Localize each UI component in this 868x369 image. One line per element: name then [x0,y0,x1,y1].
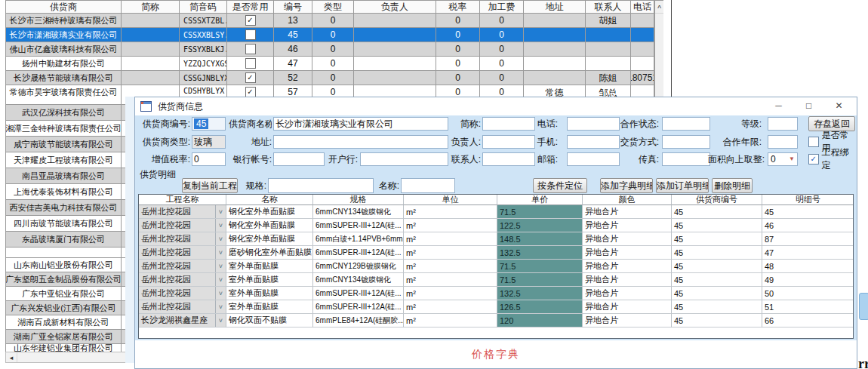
add-order-detail-button[interactable]: 添加订单明细 [656,178,709,193]
column-header-phone[interactable]: 电话 [631,1,654,14]
locate-button[interactable]: 按条件定位 [533,178,587,193]
scroll-left-icon[interactable]: ◂ [6,352,17,362]
detail-row[interactable]: 岳州北控花园˅室外单面贴膜6mmSUPER-III+12A(硅...m²126.… [139,300,853,314]
bank-input[interactable] [360,152,448,166]
coop-status-input[interactable] [662,117,710,131]
detail-cell-project[interactable]: 岳州北控花园˅ [139,260,226,273]
column-header-contact[interactable]: 联系人 [586,1,631,14]
detail-cell-unit: m² [404,314,497,327]
address-input[interactable] [273,135,448,149]
supplier-row[interactable]: 扬州中勤建材有限公司YZZQJCYXGS47000 [6,57,663,71]
grade-input[interactable] [768,117,798,131]
cell-manager [354,14,436,28]
chevron-down-icon[interactable]: ˅ [215,246,226,259]
detail-column-header-supplier_no[interactable]: 供货商编号 [672,195,762,205]
detail-cell-project[interactable]: 长沙龙湖祺鑫星座˅ [139,314,226,327]
detail-cell-project[interactable]: 岳州北控花园˅ [139,246,226,260]
supplier-row[interactable]: 长沙市三湘特种玻璃有限公司CSSSXTZBL...✓13000胡姐 [6,14,663,28]
detail-column-header-unit[interactable]: 单位 [404,195,497,205]
detail-cell-project[interactable]: 岳州北控花园˅ [139,300,226,314]
detail-column-header-spec[interactable]: 规格 [313,195,404,205]
detail-cell-project[interactable]: 岳州北控花园˅ [139,287,226,300]
background-scrollbar-thumb[interactable] [859,293,868,320]
column-header-tax[interactable]: 税率 [436,1,480,14]
detail-column-header-detail_no[interactable]: 明细号 [762,195,854,205]
detail-row[interactable]: 岳州北控花园˅室外单面贴膜6mmCNY129B镀膜钢化m²71.5异地合片454… [139,260,853,273]
detail-cell-project[interactable]: 岳州北控花园˅ [139,205,226,219]
minimize-button[interactable]: ─ [764,97,793,115]
column-header-code[interactable]: 简音码 [180,1,227,14]
detail-row[interactable]: 岳州北控花园˅磨砂钢化室外单面贴膜6mmSUPER-III+12A(硅...m²… [139,246,853,260]
checkbox-checked-icon[interactable]: ✓ [245,15,256,26]
detail-row[interactable]: 岳州北控花园˅室外单面贴膜6mmSUPER-III+12A(硅...m²132.… [139,287,853,300]
checkbox-unchecked-icon[interactable] [245,58,256,69]
mobile-label: 手机: [520,135,558,149]
detail-column-header-color[interactable]: 颜色 [583,195,672,205]
supplier-row[interactable]: 长沙市潇湘玻璃实业有限公司CSSXXBLSY...45000 [6,28,663,42]
detail-cell-project[interactable]: 岳州北控花园˅ [139,273,226,287]
supplier-row[interactable]: 长沙晟格节能玻璃有限公司CSSGJNBLYXGS✓52000陈姐180751 [6,71,663,85]
project-bind-checkbox[interactable]: ✓工程绑定 [808,153,857,165]
checkbox-checked-icon[interactable]: ✓ [245,87,256,97]
mobile-input[interactable] [567,135,620,149]
detail-row[interactable]: 岳州北控花园˅钢化室外单面贴膜6mmSUPER-III+12A(硅...m²12… [139,219,853,232]
column-header-abbr[interactable]: 简称 [122,1,180,14]
detail-cell-supplier_no: 45 [672,205,762,219]
supplier-no-input[interactable]: 45 [192,117,226,131]
chevron-down-icon[interactable]: ˅ [215,260,226,272]
checkbox-unchecked-icon[interactable] [245,29,256,40]
chevron-down-icon[interactable]: ˅ [215,287,226,300]
cell-fee: 0 [480,14,524,28]
phone-input[interactable] [567,117,620,131]
column-header-supplier[interactable]: 供货商 [6,1,122,14]
supplier-type-input[interactable] [192,135,226,149]
email-input[interactable] [567,152,620,166]
maximize-button[interactable]: □ [794,97,823,115]
cell-supplier: 长沙市三湘特种玻璃有限公司 [6,14,122,28]
scroll-up-icon[interactable]: ^ [655,1,663,14]
delivery-input[interactable] [662,135,710,149]
column-header-common[interactable]: 是否常用 [227,1,274,14]
chevron-down-icon[interactable]: ˅ [215,205,226,218]
detail-row[interactable]: 岳州北控花园˅室外单面贴膜6mmCNY134镀膜钢化m²71.5异地合片4549 [139,273,853,287]
chevron-down-icon[interactable]: ˅ [215,232,226,245]
detail-cell-project[interactable]: 岳州北控花园˅ [139,219,226,232]
grid-horizontal-scrollbar[interactable]: ◂ [5,352,134,363]
supplier-name-input[interactable] [273,117,448,131]
coop-years-input[interactable] [768,135,798,149]
detail-column-header-price[interactable]: 单价 [497,195,583,205]
detail-cell-project[interactable]: 岳州北控花园˅ [139,232,226,246]
area-round-select[interactable]: 0▼ [768,152,798,166]
supplier-row[interactable]: 佛山市亿鑫玻璃科技有限公司FSSYXBLKJ...46000 [6,42,663,57]
chevron-down-icon[interactable]: ˅ [215,314,226,327]
detail-row[interactable]: 长沙龙湖祺鑫星座˅钢化双面不贴膜6mmPLE84+12A(硅酮胶...m²120… [139,314,853,327]
spec-filter-input[interactable] [268,178,374,193]
chevron-down-icon[interactable]: ˅ [215,219,226,232]
grid-header-row: 供货商简称简音码是否常用编号类型负责人税率加工费地址联系人电话 [6,1,663,14]
cell-supplier: 咸宁南玻节能玻璃有限公司 [6,137,122,152]
column-header-type[interactable]: 类型 [312,1,354,14]
detail-column-header-name[interactable]: 名称 [226,195,313,205]
bank-account-input[interactable] [273,152,325,166]
partial-text: rr [858,356,868,369]
copy-project-button[interactable]: 复制当前工程 [182,178,238,193]
name-filter-input[interactable] [401,178,455,193]
checkbox-checked-icon[interactable]: ✓ [245,72,256,83]
delete-detail-button[interactable]: 删除明细 [712,178,753,193]
chevron-down-icon[interactable]: ˅ [215,273,226,286]
detail-row[interactable]: 岳州北控花园˅钢化室外单面贴膜6mm白玻+1.14PVB+6mm...m²148… [139,232,853,246]
cell-common: ✓ [227,71,274,85]
chevron-down-icon[interactable]: ˅ [215,300,226,313]
column-header-fee[interactable]: 加工费 [480,1,524,14]
vat-input[interactable] [192,152,226,166]
column-header-no[interactable]: 编号 [274,1,312,14]
checkbox-unchecked-icon[interactable] [245,44,256,54]
column-header-address[interactable]: 地址 [524,1,586,14]
detail-cell-color: 异地合片 [583,273,672,287]
detail-row[interactable]: 岳州北控花园˅钢化室外单面贴膜6mmCNY134镀膜钢化m²71.5异地合片45… [139,205,853,219]
add-dict-detail-button[interactable]: 添加字典明细 [600,178,653,193]
detail-column-header-project[interactable]: 工程名称 [139,195,226,205]
close-icon[interactable]: ✕ [824,97,854,115]
cell-no: 46 [274,42,312,57]
column-header-manager[interactable]: 负责人 [354,1,436,14]
